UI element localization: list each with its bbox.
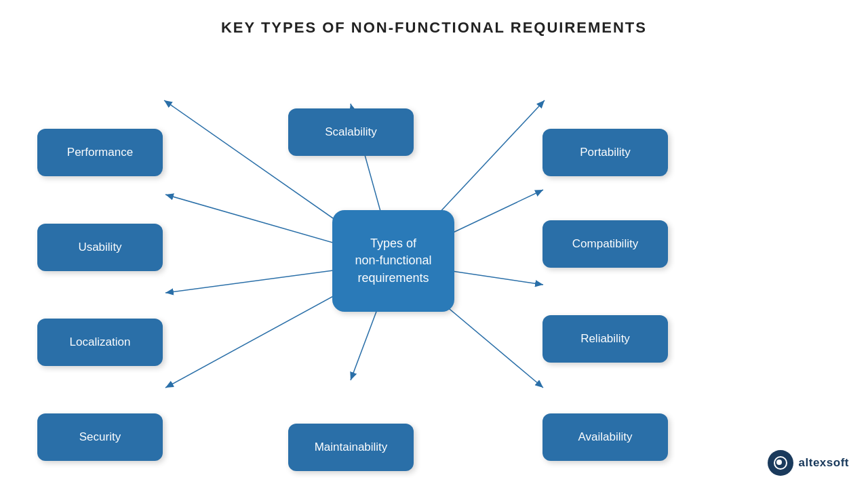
node-localization: Localization <box>37 319 163 366</box>
node-security: Security <box>37 413 163 461</box>
page-title: KEY TYPES OF NON-FUNCTIONAL REQUIREMENTS <box>0 0 868 37</box>
center-node-label: Types of non-functional requirements <box>355 235 431 287</box>
svg-point-12 <box>776 460 782 465</box>
logo-icon <box>768 450 793 476</box>
node-usability: Usability <box>37 224 163 271</box>
node-performance: Performance <box>37 129 163 176</box>
center-node: Types of non-functional requirements <box>332 210 454 312</box>
node-reliability: Reliability <box>542 315 668 363</box>
node-portability: Portability <box>542 129 668 176</box>
logo-text: altexsoft <box>799 456 849 470</box>
branding: altexsoft <box>768 450 849 476</box>
diagram-container: Types of non-functional requirements Per… <box>0 54 868 481</box>
node-scalability: Scalability <box>288 108 414 156</box>
node-maintainability: Maintainability <box>288 424 414 471</box>
node-availability: Availability <box>542 413 668 461</box>
node-compatibility: Compatibility <box>542 220 668 268</box>
